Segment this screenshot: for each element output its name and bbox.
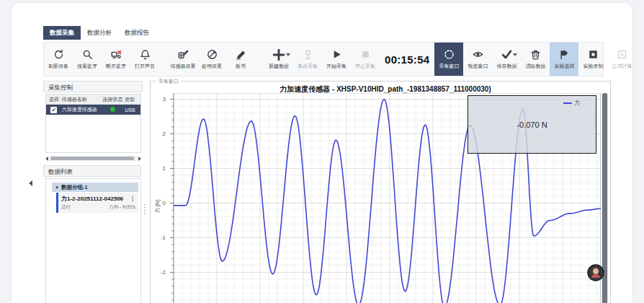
trash-icon xyxy=(530,49,541,61)
toolbar-button-label: 停止采集 xyxy=(355,63,375,70)
toolbar-button-bell[interactable]: 打开声音 xyxy=(130,43,159,76)
toolbar-button-label: 单点采集 xyxy=(298,63,318,70)
panel-splitter-handle[interactable] xyxy=(144,204,146,214)
toolbar-button-compass[interactable]: 处理设置 xyxy=(197,43,226,76)
toolbar-button-label: 采集窗口 xyxy=(439,63,459,70)
col-sensor-name: 传感器名称 xyxy=(62,96,101,103)
main-tabs: 数据采集 数据分析 数据报告 xyxy=(43,26,156,40)
toolbar-button-label: 预览窗口 xyxy=(468,63,488,70)
compass-icon xyxy=(207,49,218,61)
y-tick-label: 2 xyxy=(151,131,168,138)
item-menu-dots-icon[interactable]: ⋮ xyxy=(130,196,135,202)
toolbar-button-label: 刷新设备 xyxy=(48,63,68,70)
toolbar-button-refresh[interactable]: 刷新设备 xyxy=(44,43,73,76)
marker-icon xyxy=(236,49,246,61)
scroll-right-icon[interactable] xyxy=(138,157,141,161)
app-window: 数据采集 数据分析 数据报告 刷新设备搜索蓝牙断开蓝牙打开声音传感器设置处理设置… xyxy=(0,0,644,303)
flag-icon xyxy=(559,49,570,61)
toolbar-button-label: 处理设置 xyxy=(202,63,222,70)
dropdown-caret-icon[interactable] xyxy=(286,53,290,56)
sensor-type: USB xyxy=(125,107,140,113)
y-tick-label: 1 xyxy=(151,165,168,172)
y-tick-label: -1 xyxy=(151,234,168,242)
sensor-settings-icon xyxy=(178,49,189,61)
collection-control-header: 采集控制 xyxy=(43,81,143,92)
avatar-icon xyxy=(587,264,604,281)
left-panel: 采集控制 选择 传感器名称 连接状态 类型 ✓ 力加速度传感器 USB 数据列表… xyxy=(43,81,143,303)
toolbar-button-bluetooth-disconnect[interactable]: 断开蓝牙 xyxy=(102,43,130,76)
legend-line-swatch xyxy=(563,102,572,104)
toolbar-button-flag[interactable]: 实验选择 xyxy=(550,43,578,76)
toolbar-button-label: 打开声音 xyxy=(135,63,155,70)
toolbar-button-play[interactable]: 开始采集 xyxy=(322,43,351,76)
horizontal-scrollbar[interactable] xyxy=(45,155,141,162)
toolbar-button-label: 清除数据 xyxy=(525,63,545,70)
toolbar-button-label: 实验选择 xyxy=(554,63,574,70)
tab-data-report[interactable]: 数据报告 xyxy=(118,26,156,40)
toolbar-button-plus[interactable]: 新建数据 xyxy=(264,43,293,76)
chevron-down-icon: ▼ xyxy=(55,185,59,190)
data-group-row[interactable]: ▼ 数据分组-1 xyxy=(52,183,138,192)
toolbar-button-label: 新建数据 xyxy=(269,63,289,70)
play-icon xyxy=(331,49,342,61)
toolbar-button-stop: 停止采集 xyxy=(351,43,380,76)
toolbar-button-marker[interactable]: 板书 xyxy=(226,43,255,76)
toolbar-button-search[interactable]: 搜索蓝牙 xyxy=(73,43,102,76)
panel-collapse-icon[interactable] xyxy=(29,180,32,186)
collection-timer: 00:15:54 xyxy=(380,43,434,76)
toolbar-button-label: 实验录制 xyxy=(583,63,603,70)
y-tick-label: 3 xyxy=(151,96,168,103)
dashed-circle-icon xyxy=(444,49,455,61)
toolbar: 刷新设备搜索蓝牙断开蓝牙打开声音传感器设置处理设置板书新建数据单点采集开始采集停… xyxy=(43,42,604,76)
plus-icon xyxy=(272,49,285,61)
assistant-avatar-button[interactable] xyxy=(587,264,604,281)
dropdown-caret-icon[interactable] xyxy=(513,53,517,56)
scroll-left-icon[interactable] xyxy=(45,157,48,161)
sensor-table-header: 选择 传感器名称 连接状态 类型 xyxy=(46,95,140,105)
toolbar-button-label: 断开蓝牙 xyxy=(106,63,126,70)
y-tick-label: -2 xyxy=(151,269,168,276)
toolbar-button-trash[interactable]: 清除数据 xyxy=(521,43,550,76)
stop-icon xyxy=(360,49,371,61)
single-point-icon xyxy=(303,49,313,61)
dataset-status: 运行 xyxy=(61,204,71,211)
tab-data-analysis[interactable]: 数据分析 xyxy=(81,26,118,40)
bell-icon xyxy=(140,49,151,61)
toolbar-button-sensor-settings[interactable]: 传感器设置 xyxy=(169,43,197,76)
toolbar-button-label: 传感器设置 xyxy=(171,63,196,70)
toolbar-button-label: 板书 xyxy=(236,63,246,70)
search-icon xyxy=(82,49,93,61)
data-list: ▼ 数据分组-1 力1-2-20251112-042506 ⋮ 运行 力/N -… xyxy=(45,178,141,303)
col-select: 选择 xyxy=(46,96,62,103)
toolbar-button-label: 保存数据 xyxy=(496,63,516,70)
y-tick-label: 0 xyxy=(151,200,168,207)
scrollbar-thumb[interactable] xyxy=(50,157,134,160)
toolbar-button-single-point: 单点采集 xyxy=(293,43,322,76)
col-status: 连接状态 xyxy=(100,96,125,103)
toolbar-button-record[interactable]: 实验录制 xyxy=(578,43,607,76)
measurement-value: -0.070 N xyxy=(516,120,547,129)
dataset-title: 力1-2-20251112-042506 xyxy=(61,195,123,203)
toolbar-button-eye[interactable]: 预览窗口 xyxy=(463,43,492,76)
legend-series-name: 力 xyxy=(574,99,580,107)
refresh-icon xyxy=(53,49,64,61)
sensor-name: 力加速度传感器 xyxy=(62,106,101,113)
chart-legend: 力 xyxy=(563,99,580,107)
toolbar-button-label: 公式计算 xyxy=(612,63,632,70)
data-list-header: 数据列表 xyxy=(43,165,141,177)
tab-data-collection[interactable]: 数据采集 xyxy=(43,26,81,40)
toolbar-button-label: 搜索蓝牙 xyxy=(77,63,97,70)
toolbar-button-check[interactable]: 保存数据 xyxy=(492,43,521,76)
col-type: 类型 xyxy=(125,96,140,103)
status-dot xyxy=(110,107,115,112)
formula-icon xyxy=(617,49,627,61)
record-icon xyxy=(588,49,599,61)
toolbar-button-dashed-circle[interactable]: 采集窗口 xyxy=(434,43,463,76)
dataset-axes: 力/N - 时间/s xyxy=(109,204,135,211)
data-group-label: 数据分组-1 xyxy=(61,184,88,191)
toolbar-button-label: 开始采集 xyxy=(326,63,346,70)
table-row[interactable]: ✓ 力加速度传感器 USB xyxy=(46,105,140,115)
sensor-table: 选择 传感器名称 连接状态 类型 ✓ 力加速度传感器 USB xyxy=(45,94,141,153)
list-item[interactable]: 力1-2-20251112-042506 ⋮ 运行 力/N - 时间/s xyxy=(56,193,138,213)
row-checkbox[interactable]: ✓ xyxy=(50,107,57,113)
